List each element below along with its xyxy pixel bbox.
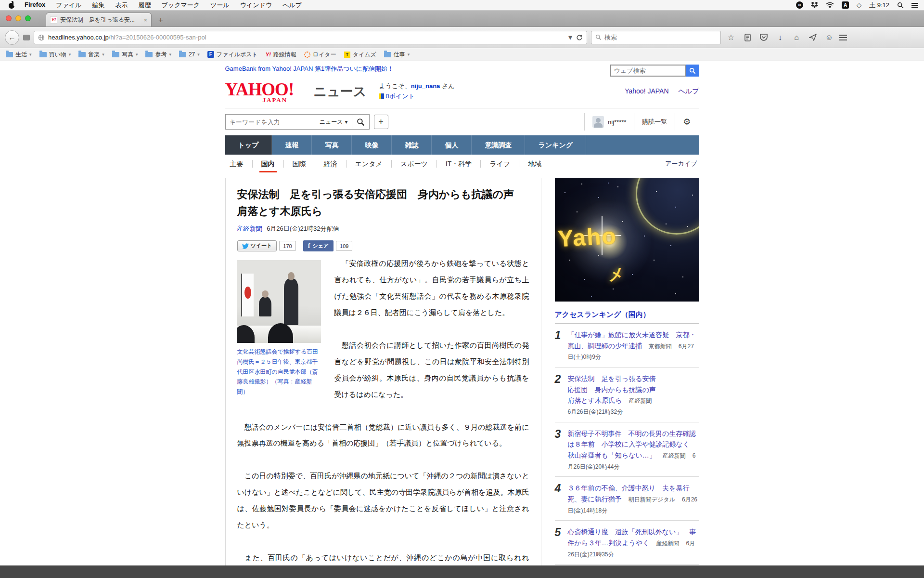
ranking-item-1: 1 「仕事が嫌」旅館に放火未遂容疑 京都・嵐山、調理師の少年逮捕 京都新聞 6月… (555, 324, 699, 368)
yahoo-japan-logo[interactable]: YAHOO! JAPAN (225, 80, 311, 104)
bookmark-reuters[interactable]: ロイター (304, 51, 336, 59)
new-tab-button[interactable]: + (154, 15, 168, 25)
gamebank-banner-link[interactable]: GameBank from Yahoo! JAPAN 第1弾作品ついに配信開始！ (225, 65, 394, 73)
article-source-link[interactable]: 産経新聞 (237, 225, 262, 232)
window-minimize-button[interactable] (15, 15, 21, 21)
subscriptions-link[interactable]: 購読一覧 (634, 113, 675, 131)
cat-domestic[interactable]: 国内 (252, 160, 283, 168)
tab-personal[interactable]: 個人 (432, 135, 472, 155)
tab-groups-icon[interactable] (23, 35, 30, 40)
cat-major[interactable]: 主要 (225, 160, 252, 168)
url-text[interactable]: headlines.yahoo.co.jp/hl?a=20150626-0000… (48, 34, 565, 41)
tab-photo[interactable]: 写真 (312, 135, 352, 155)
web-search-input[interactable] (610, 65, 686, 77)
rank-number: 5 (555, 526, 568, 559)
menu-tools[interactable]: ツール (210, 1, 230, 10)
browser-search-box[interactable] (591, 31, 721, 44)
chevron-down-icon: ▾ (408, 52, 410, 57)
bookmark-folder-music[interactable]: 音楽▾ (78, 51, 104, 59)
home-icon[interactable]: ⌂ (790, 33, 803, 42)
photo-caption-link[interactable]: 文化芸術懇話会で挨拶する百田尚樹氏＝２５日午後、東京都千代田区永田町の自民党本部… (237, 348, 319, 395)
cat-it-science[interactable]: IT・科学 (436, 160, 480, 168)
hello-smiley-icon[interactable]: ☺ (823, 33, 835, 42)
bookmark-star-icon[interactable]: ☆ (725, 33, 737, 42)
news-search-box[interactable]: ニュース▾ (225, 114, 370, 130)
bookmark-transit[interactable]: Y!路線情報 (266, 51, 296, 59)
apple-menu-icon[interactable] (9, 1, 15, 9)
menu-help[interactable]: ヘルプ (282, 1, 302, 10)
wifi-icon[interactable] (826, 2, 834, 8)
site-identity-globe-icon[interactable] (38, 34, 45, 41)
points-link[interactable]: 0ポイント (385, 92, 414, 100)
display-ad[interactable]: Yaho メ (555, 178, 699, 302)
bookmark-folder-27[interactable]: 27▾ (179, 51, 200, 58)
tab-close-icon[interactable]: × (143, 16, 147, 24)
bookmark-folder-photo[interactable]: 写真▾ (112, 51, 138, 59)
cat-life[interactable]: ライフ (480, 160, 519, 168)
tab-magazine[interactable]: 雑誌 (392, 135, 432, 155)
menu-edit[interactable]: 編集 (92, 1, 105, 10)
settings-gear-icon[interactable]: ⚙ (675, 113, 698, 131)
category-nav: 主要 国内 国際 経済 エンタメ スポーツ IT・科学 ライフ 地域 アーカイブ (225, 155, 699, 173)
menu-firefox[interactable]: Firefox (25, 1, 45, 10)
web-search-button[interactable] (686, 65, 699, 77)
news-search-button[interactable] (352, 115, 369, 129)
ranking-link[interactable]: 「仕事が嫌」旅館に放火未遂容疑 京都・嵐山、調理師の少年逮捕 (568, 331, 696, 350)
notification-center-icon[interactable] (911, 2, 918, 9)
menu-bookmarks[interactable]: ブックマーク (162, 1, 200, 10)
bookmark-folder-reference[interactable]: 参考▾ (145, 51, 171, 59)
search-input[interactable] (604, 34, 717, 41)
input-source-icon[interactable]: A (842, 1, 849, 9)
browser-tab[interactable]: Y! 安保法制 足を引っ張る安... × (46, 13, 152, 26)
article: 安保法制 足を引っ張る安倍応援団 身内からも抗議の声 肩落とす木原氏ら 産経新聞… (225, 178, 541, 578)
back-button[interactable]: ← (5, 30, 19, 45)
ranking-thumbnail[interactable] (664, 373, 699, 400)
tweet-button[interactable]: ツイート (237, 240, 277, 251)
yahoo-japan-link[interactable]: Yahoo! JAPAN (625, 87, 668, 96)
search-scope-selector[interactable]: ニュース▾ (320, 118, 352, 126)
cat-entertainment[interactable]: エンタメ (346, 160, 391, 168)
alfred-diamond-icon[interactable]: ◇ (857, 1, 861, 9)
help-link[interactable]: ヘルプ (679, 87, 699, 96)
url-dropdown-icon[interactable]: ▾ (568, 33, 572, 42)
menu-hamburger-icon[interactable] (839, 33, 852, 42)
tab-flash[interactable]: 速報 (272, 135, 312, 155)
menu-window[interactable]: ウインドウ (240, 1, 272, 10)
bookmark-folder-work[interactable]: 仕事▾ (384, 51, 410, 59)
url-bar[interactable]: headlines.yahoo.co.jp/hl?a=20150626-0000… (34, 31, 587, 44)
downloads-icon[interactable]: ↓ (774, 33, 786, 42)
archive-link[interactable]: アーカイブ (665, 159, 699, 168)
spotlight-search-icon[interactable] (897, 2, 904, 9)
menu-file[interactable]: ファイル (56, 1, 81, 10)
dropbox-icon[interactable] (811, 1, 818, 9)
window-close-button[interactable] (6, 15, 12, 21)
pocket-icon[interactable] (757, 34, 770, 41)
share-send-icon[interactable] (807, 34, 819, 41)
account-cell[interactable]: nij***** (584, 113, 634, 131)
reading-list-icon[interactable] (741, 34, 754, 41)
ad-text: Yaho (557, 223, 617, 252)
tab-top[interactable]: トップ (225, 135, 272, 155)
bookmark-folder-life[interactable]: 生活▾ (6, 51, 32, 59)
window-zoom-button[interactable] (25, 15, 31, 21)
bookmark-folder-shopping[interactable]: 買い物▾ (39, 51, 71, 59)
facebook-share-button[interactable]: f シェア (303, 240, 334, 251)
cat-sports[interactable]: スポーツ (391, 160, 436, 168)
article-photo[interactable] (237, 260, 321, 343)
cat-economy[interactable]: 経済 (315, 160, 346, 168)
tab-video[interactable]: 映像 (352, 135, 392, 155)
bookmark-filepost[interactable]: Fファイルポスト (207, 51, 258, 59)
menu-view[interactable]: 表示 (116, 1, 128, 10)
creative-cloud-icon[interactable]: ∞ (796, 1, 803, 9)
username-link[interactable]: niju_nana (411, 82, 440, 90)
cat-world[interactable]: 国際 (283, 160, 315, 168)
cat-region[interactable]: 地域 (519, 160, 550, 168)
tab-ranking[interactable]: ランキング (525, 135, 586, 155)
menubar-clock[interactable]: 土 9:12 (869, 1, 889, 10)
tab-poll[interactable]: 意識調査 (472, 135, 525, 155)
bookmark-times[interactable]: Tタイムズ (344, 51, 376, 59)
reload-icon[interactable] (576, 34, 583, 41)
add-search-tab-button[interactable]: + (374, 115, 388, 129)
news-search-input[interactable] (226, 118, 320, 126)
menu-history[interactable]: 履歴 (139, 1, 151, 10)
